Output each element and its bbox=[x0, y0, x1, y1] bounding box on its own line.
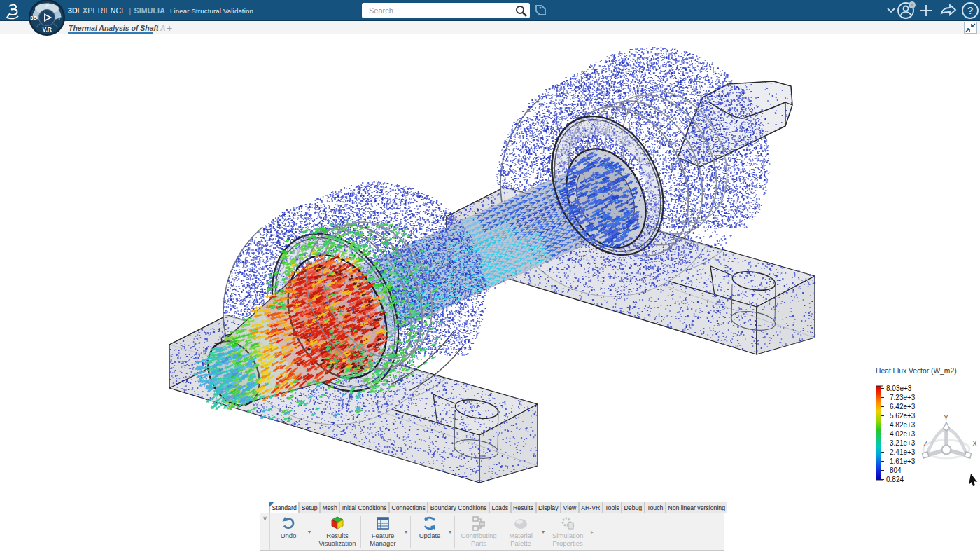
svg-text:4.02e+3: 4.02e+3 bbox=[890, 430, 916, 438]
svg-text:3.21e+3: 3.21e+3 bbox=[890, 439, 916, 447]
svg-text:2.41e+3: 2.41e+3 bbox=[890, 448, 916, 456]
svg-text:3D: 3D bbox=[30, 15, 37, 21]
svg-text:Z: Z bbox=[923, 439, 928, 448]
svg-text:804: 804 bbox=[890, 467, 902, 474]
svg-text:4.82e+3: 4.82e+3 bbox=[890, 421, 916, 429]
svg-text:Search: Search bbox=[369, 6, 393, 15]
svg-text:8.03e+3: 8.03e+3 bbox=[886, 385, 912, 392]
svg-text:?: ? bbox=[967, 5, 974, 16]
svg-text:Y: Y bbox=[944, 413, 948, 422]
svg-text:I': I' bbox=[59, 15, 62, 21]
svg-text:5.62e+3: 5.62e+3 bbox=[890, 412, 916, 420]
svg-text:X: X bbox=[972, 439, 977, 448]
svg-text:6.42e+3: 6.42e+3 bbox=[890, 403, 916, 410]
svg-text:1.61e+3: 1.61e+3 bbox=[890, 457, 916, 465]
svg-text:7.23e+3: 7.23e+3 bbox=[890, 394, 916, 401]
svg-text:Heat Flux Vector (W_m2): Heat Flux Vector (W_m2) bbox=[876, 367, 957, 375]
svg-text:V.R: V.R bbox=[43, 26, 52, 33]
svg-text:0.824: 0.824 bbox=[886, 476, 904, 483]
